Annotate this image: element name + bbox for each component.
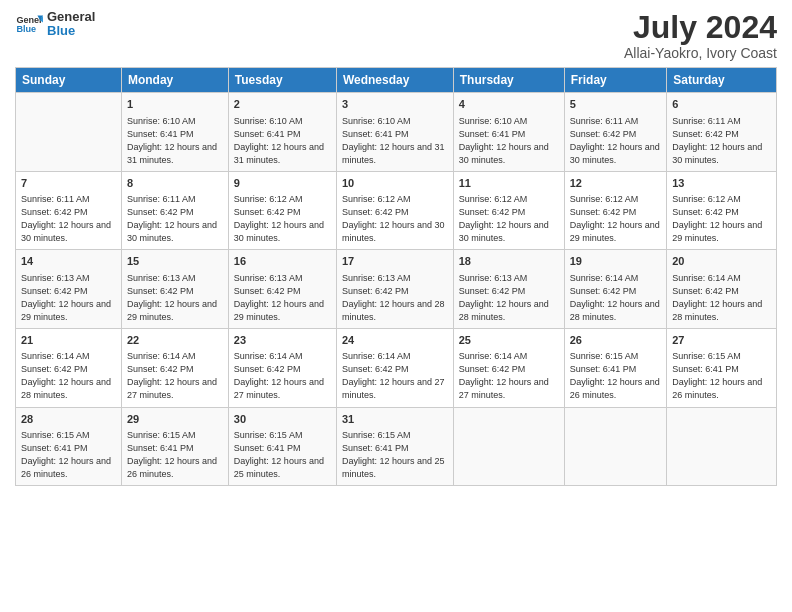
cell-content: 8Sunrise: 6:11 AMSunset: 6:42 PMDaylight… — [127, 176, 223, 246]
day-number: 29 — [127, 412, 223, 427]
title-block: July 2024 Allai-Yaokro, Ivory Coast — [624, 10, 777, 61]
calendar-cell: 24Sunrise: 6:14 AMSunset: 6:42 PMDayligh… — [336, 328, 453, 407]
calendar-week-1: 1Sunrise: 6:10 AMSunset: 6:41 PMDaylight… — [16, 93, 777, 172]
day-number: 26 — [570, 333, 662, 348]
cell-content: 30Sunrise: 6:15 AMSunset: 6:41 PMDayligh… — [234, 412, 331, 482]
calendar-title: July 2024 — [624, 10, 777, 45]
cell-content: 1Sunrise: 6:10 AMSunset: 6:41 PMDaylight… — [127, 97, 223, 167]
logo-line2: Blue — [47, 24, 95, 38]
cell-content: 22Sunrise: 6:14 AMSunset: 6:42 PMDayligh… — [127, 333, 223, 403]
day-number: 16 — [234, 254, 331, 269]
day-info: Sunrise: 6:11 AMSunset: 6:42 PMDaylight:… — [21, 193, 116, 245]
day-info: Sunrise: 6:12 AMSunset: 6:42 PMDaylight:… — [570, 193, 662, 245]
calendar-week-5: 28Sunrise: 6:15 AMSunset: 6:41 PMDayligh… — [16, 407, 777, 486]
logo-line1: General — [47, 10, 95, 24]
day-info: Sunrise: 6:14 AMSunset: 6:42 PMDaylight:… — [21, 350, 116, 402]
calendar-week-2: 7Sunrise: 6:11 AMSunset: 6:42 PMDaylight… — [16, 171, 777, 250]
page-header: General Blue General Blue July 2024 Alla… — [15, 10, 777, 61]
calendar-header-row: Sunday Monday Tuesday Wednesday Thursday… — [16, 68, 777, 93]
day-number: 7 — [21, 176, 116, 191]
calendar-cell: 9Sunrise: 6:12 AMSunset: 6:42 PMDaylight… — [228, 171, 336, 250]
cell-content: 24Sunrise: 6:14 AMSunset: 6:42 PMDayligh… — [342, 333, 448, 403]
day-info: Sunrise: 6:15 AMSunset: 6:41 PMDaylight:… — [570, 350, 662, 402]
calendar-cell: 19Sunrise: 6:14 AMSunset: 6:42 PMDayligh… — [564, 250, 667, 329]
calendar-cell: 6Sunrise: 6:11 AMSunset: 6:42 PMDaylight… — [667, 93, 777, 172]
calendar-page: General Blue General Blue July 2024 Alla… — [0, 0, 792, 612]
day-number: 8 — [127, 176, 223, 191]
calendar-cell: 28Sunrise: 6:15 AMSunset: 6:41 PMDayligh… — [16, 407, 122, 486]
calendar-body: 1Sunrise: 6:10 AMSunset: 6:41 PMDaylight… — [16, 93, 777, 486]
day-info: Sunrise: 6:11 AMSunset: 6:42 PMDaylight:… — [570, 115, 662, 167]
day-info: Sunrise: 6:12 AMSunset: 6:42 PMDaylight:… — [342, 193, 448, 245]
day-number: 15 — [127, 254, 223, 269]
cell-content: 11Sunrise: 6:12 AMSunset: 6:42 PMDayligh… — [459, 176, 559, 246]
day-info: Sunrise: 6:14 AMSunset: 6:42 PMDaylight:… — [570, 272, 662, 324]
cell-content: 25Sunrise: 6:14 AMSunset: 6:42 PMDayligh… — [459, 333, 559, 403]
day-number: 17 — [342, 254, 448, 269]
day-number: 22 — [127, 333, 223, 348]
cell-content: 29Sunrise: 6:15 AMSunset: 6:41 PMDayligh… — [127, 412, 223, 482]
calendar-week-3: 14Sunrise: 6:13 AMSunset: 6:42 PMDayligh… — [16, 250, 777, 329]
day-number: 2 — [234, 97, 331, 112]
day-number: 24 — [342, 333, 448, 348]
day-info: Sunrise: 6:10 AMSunset: 6:41 PMDaylight:… — [127, 115, 223, 167]
day-number: 5 — [570, 97, 662, 112]
calendar-cell: 2Sunrise: 6:10 AMSunset: 6:41 PMDaylight… — [228, 93, 336, 172]
cell-content: 28Sunrise: 6:15 AMSunset: 6:41 PMDayligh… — [21, 412, 116, 482]
cell-content: 20Sunrise: 6:14 AMSunset: 6:42 PMDayligh… — [672, 254, 771, 324]
cell-content: 15Sunrise: 6:13 AMSunset: 6:42 PMDayligh… — [127, 254, 223, 324]
svg-text:Blue: Blue — [16, 25, 36, 35]
calendar-cell: 23Sunrise: 6:14 AMSunset: 6:42 PMDayligh… — [228, 328, 336, 407]
day-info: Sunrise: 6:10 AMSunset: 6:41 PMDaylight:… — [459, 115, 559, 167]
day-number: 30 — [234, 412, 331, 427]
day-number: 10 — [342, 176, 448, 191]
day-number: 21 — [21, 333, 116, 348]
calendar-cell: 16Sunrise: 6:13 AMSunset: 6:42 PMDayligh… — [228, 250, 336, 329]
calendar-cell: 10Sunrise: 6:12 AMSunset: 6:42 PMDayligh… — [336, 171, 453, 250]
day-info: Sunrise: 6:14 AMSunset: 6:42 PMDaylight:… — [459, 350, 559, 402]
calendar-cell: 8Sunrise: 6:11 AMSunset: 6:42 PMDaylight… — [121, 171, 228, 250]
day-number: 28 — [21, 412, 116, 427]
calendar-cell: 5Sunrise: 6:11 AMSunset: 6:42 PMDaylight… — [564, 93, 667, 172]
day-number: 3 — [342, 97, 448, 112]
day-info: Sunrise: 6:14 AMSunset: 6:42 PMDaylight:… — [127, 350, 223, 402]
cell-content: 27Sunrise: 6:15 AMSunset: 6:41 PMDayligh… — [672, 333, 771, 403]
day-number: 25 — [459, 333, 559, 348]
col-friday: Friday — [564, 68, 667, 93]
day-number: 27 — [672, 333, 771, 348]
cell-content: 16Sunrise: 6:13 AMSunset: 6:42 PMDayligh… — [234, 254, 331, 324]
day-number: 31 — [342, 412, 448, 427]
day-info: Sunrise: 6:10 AMSunset: 6:41 PMDaylight:… — [234, 115, 331, 167]
day-number: 4 — [459, 97, 559, 112]
calendar-cell: 30Sunrise: 6:15 AMSunset: 6:41 PMDayligh… — [228, 407, 336, 486]
cell-content: 5Sunrise: 6:11 AMSunset: 6:42 PMDaylight… — [570, 97, 662, 167]
calendar-cell — [564, 407, 667, 486]
cell-content: 14Sunrise: 6:13 AMSunset: 6:42 PMDayligh… — [21, 254, 116, 324]
cell-content: 12Sunrise: 6:12 AMSunset: 6:42 PMDayligh… — [570, 176, 662, 246]
calendar-subtitle: Allai-Yaokro, Ivory Coast — [624, 45, 777, 61]
calendar-cell: 11Sunrise: 6:12 AMSunset: 6:42 PMDayligh… — [453, 171, 564, 250]
day-number: 6 — [672, 97, 771, 112]
day-info: Sunrise: 6:14 AMSunset: 6:42 PMDaylight:… — [672, 272, 771, 324]
cell-content: 21Sunrise: 6:14 AMSunset: 6:42 PMDayligh… — [21, 333, 116, 403]
calendar-cell: 14Sunrise: 6:13 AMSunset: 6:42 PMDayligh… — [16, 250, 122, 329]
calendar-cell: 18Sunrise: 6:13 AMSunset: 6:42 PMDayligh… — [453, 250, 564, 329]
cell-content: 17Sunrise: 6:13 AMSunset: 6:42 PMDayligh… — [342, 254, 448, 324]
day-number: 20 — [672, 254, 771, 269]
calendar-cell — [16, 93, 122, 172]
cell-content: 23Sunrise: 6:14 AMSunset: 6:42 PMDayligh… — [234, 333, 331, 403]
calendar-cell: 4Sunrise: 6:10 AMSunset: 6:41 PMDaylight… — [453, 93, 564, 172]
cell-content: 19Sunrise: 6:14 AMSunset: 6:42 PMDayligh… — [570, 254, 662, 324]
day-info: Sunrise: 6:10 AMSunset: 6:41 PMDaylight:… — [342, 115, 448, 167]
calendar-week-4: 21Sunrise: 6:14 AMSunset: 6:42 PMDayligh… — [16, 328, 777, 407]
day-number: 9 — [234, 176, 331, 191]
calendar-cell: 15Sunrise: 6:13 AMSunset: 6:42 PMDayligh… — [121, 250, 228, 329]
day-info: Sunrise: 6:14 AMSunset: 6:42 PMDaylight:… — [342, 350, 448, 402]
calendar-cell: 25Sunrise: 6:14 AMSunset: 6:42 PMDayligh… — [453, 328, 564, 407]
cell-content: 31Sunrise: 6:15 AMSunset: 6:41 PMDayligh… — [342, 412, 448, 482]
calendar-cell: 31Sunrise: 6:15 AMSunset: 6:41 PMDayligh… — [336, 407, 453, 486]
col-thursday: Thursday — [453, 68, 564, 93]
calendar-cell: 1Sunrise: 6:10 AMSunset: 6:41 PMDaylight… — [121, 93, 228, 172]
calendar-cell: 21Sunrise: 6:14 AMSunset: 6:42 PMDayligh… — [16, 328, 122, 407]
cell-content: 3Sunrise: 6:10 AMSunset: 6:41 PMDaylight… — [342, 97, 448, 167]
